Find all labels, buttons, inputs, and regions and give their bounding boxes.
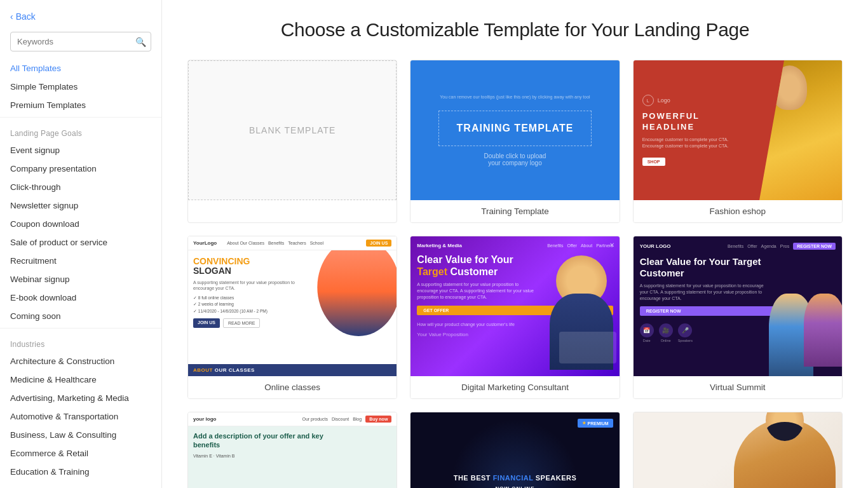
dmc-headline: Clear Value for Your Target Customer <box>417 254 544 278</box>
health-nav: your logo Our products Discount Blog Buy… <box>188 412 397 426</box>
template-label-dmc: Digital Marketing Consultant <box>410 376 619 398</box>
goals-section-label: Landing Page Goals <box>0 120 161 141</box>
nav-item-webinar-signup[interactable]: Webinar signup <box>0 270 161 288</box>
back-label: Back <box>16 11 36 22</box>
nav-item-ebook-download[interactable]: E-book download <box>0 288 161 307</box>
dmc-close-icon: ✕ <box>609 241 614 248</box>
chevron-left-icon: ‹ <box>10 11 13 22</box>
oc-nav: YourLogo About Our Classes Benefits Teac… <box>188 236 397 250</box>
fashion2-head <box>766 412 804 441</box>
nav-item-automotive[interactable]: Automotive & Transportation <box>0 407 161 426</box>
health-headline: Add a description of your offer and key … <box>193 431 329 450</box>
oc-btns: JOIN US READ MORE <box>193 318 298 328</box>
online-classes-thumb: YourLogo About Our Classes Benefits Teac… <box>188 236 397 376</box>
nav-item-architecture[interactable]: Architecture & Construction <box>0 352 161 370</box>
dmc-thumb: Marketing & Media Benefits Offer About P… <box>410 236 619 376</box>
template-card-fashion-2[interactable]: THE FASHIONIN YOUR LIFE <box>633 412 843 488</box>
nav-item-premium-templates[interactable]: Premium Templates <box>0 96 161 114</box>
fashion2-person <box>734 419 836 488</box>
template-card-financial[interactable]: ★ PREMIUM THE BEST FINANCIAL SPEAKERS NO… <box>410 412 620 488</box>
oc-logo: YourLogo <box>193 240 217 246</box>
oc-features: ✓ 8 full online classes ✓ 2 weeks of lea… <box>193 295 298 315</box>
vs-people <box>769 294 842 376</box>
tt-subtext: Double click to uploadyour company logo <box>484 152 546 166</box>
template-card-online-classes[interactable]: YourLogo About Our Classes Benefits Teac… <box>187 236 397 399</box>
template-card-dmc[interactable]: Marketing & Media Benefits Offer About P… <box>410 236 620 399</box>
vs-thumb: YOUR LOGO Benefits Offer Agenda Pros REG… <box>634 236 842 376</box>
main-content: Choose a Customizable Template for Your … <box>162 0 868 488</box>
oc-join-btn: JOIN US <box>366 240 391 247</box>
oc-read-more: READ MORE <box>223 318 260 328</box>
template-card-training[interactable]: You can remove our tooltips (just like t… <box>410 60 620 223</box>
health-text: Add a description of your offer and key … <box>193 431 329 488</box>
premium-badge: ★ PREMIUM <box>578 419 613 428</box>
nav-item-newsletter-signup[interactable]: Newsletter signup <box>0 196 161 215</box>
nav-item-recruitment[interactable]: Recruitment <box>0 252 161 270</box>
oc-hero: CONVINCINGSLOGAN A supporting statement … <box>188 250 397 364</box>
health-thumb: your logo Our products Discount Blog Buy… <box>188 412 397 488</box>
nav-item-coming-soon[interactable]: Coming soon <box>0 307 161 325</box>
template-label-training: Training Template <box>410 200 619 222</box>
oc-right-content <box>292 250 397 364</box>
nav-item-all-templates[interactable]: All Templates <box>0 59 161 78</box>
vs-logo: YOUR LOGO <box>640 243 671 249</box>
sidebar-nav: All Templates Simple Templates Premium T… <box>0 59 161 488</box>
nav-item-sale-product-service[interactable]: Sale of product or service <box>0 233 161 252</box>
nav-item-simple-templates[interactable]: Simple Templates <box>0 78 161 96</box>
nav-item-advertising[interactable]: Advertising, Marketing & Media <box>0 389 161 407</box>
template-card-health[interactable]: your logo Our products Discount Blog Buy… <box>187 412 397 488</box>
nav-item-education[interactable]: Education & Training <box>0 463 161 481</box>
vs-icon-calendar: 📅 Date <box>640 323 654 342</box>
oc-tagline: A supporting statement for your value pr… <box>193 280 298 291</box>
nav-item-click-through[interactable]: Click-through <box>0 178 161 196</box>
nav-item-medicine[interactable]: Medicine & Healthcare <box>0 370 161 389</box>
health-product: Vitamin A Vitamin B <box>334 431 391 488</box>
dmc-value-prop: Your Value Proposition <box>417 332 525 337</box>
tt-top-text: You can remove our tooltips (just like t… <box>440 95 590 99</box>
template-card-virtual-summit[interactable]: YOUR LOGO Benefits Offer Agenda Pros REG… <box>633 236 843 399</box>
health-body: Add a description of your offer and key … <box>188 426 397 488</box>
vs-icon-mic: 🎤 Speakers <box>678 323 693 342</box>
fashion-template-thumb: L Logo PowerfulHeadline Encourage custom… <box>634 60 842 200</box>
nav-item-event-signup[interactable]: Event signup <box>0 141 161 159</box>
vs-register-btn: REGISTER NOW <box>793 243 836 250</box>
back-button[interactable]: ‹ Back <box>0 0 161 28</box>
nav-divider-2 <box>0 328 161 329</box>
template-label-blank <box>188 200 397 213</box>
vs-nav: YOUR LOGO Benefits Offer Agenda Pros REG… <box>640 243 836 250</box>
nav-item-business-law[interactable]: Business, Law & Consulting <box>0 426 161 444</box>
fashion-headline: PowerfulHeadline <box>642 111 833 133</box>
star-icon: ★ <box>582 421 586 426</box>
template-card-fashion-eshop[interactable]: L Logo PowerfulHeadline Encourage custom… <box>633 60 843 223</box>
tt-headline: TRAINING TEMPLATE <box>438 111 592 146</box>
search-section: 🔍 <box>0 28 161 59</box>
fashion-cta-btn: SHOP <box>642 158 665 166</box>
dmc-laptop-graphic <box>559 332 616 363</box>
fashion2-hair <box>766 422 804 441</box>
template-label-virtual-summit: Virtual Summit <box>634 376 842 398</box>
training-template-thumb: You can remove our tooltips (just like t… <box>410 60 619 200</box>
nav-divider-1 <box>0 117 161 118</box>
industries-section-label: Industries <box>0 331 161 352</box>
vs-tagline: A supporting statement for your value pr… <box>640 283 767 301</box>
fashion2-person-area <box>734 412 842 488</box>
blank-label: BLANK TEMPLATE <box>249 125 336 135</box>
financial-thumb: ★ PREMIUM THE BEST FINANCIAL SPEAKERS NO… <box>410 412 619 488</box>
nav-item-company-presentation[interactable]: Company presentation <box>0 159 161 178</box>
fashion-2-thumb: THE FASHIONIN YOUR LIFE <box>634 412 842 488</box>
search-button[interactable]: 🔍 <box>135 37 146 47</box>
dmc-logo: Marketing & Media <box>417 243 462 248</box>
nav-item-coupon-download[interactable]: Coupon download <box>0 215 161 233</box>
search-input[interactable] <box>10 32 151 51</box>
financial-sub: NOW ONLINE <box>495 485 534 488</box>
page-title: Choose a Customizable Template for Your … <box>187 19 843 41</box>
financial-content: THE BEST FINANCIAL SPEAKERS NOW ONLINE <box>441 473 590 488</box>
template-card-blank[interactable]: BLANK TEMPLATE <box>187 60 397 223</box>
template-label-fashion-eshop: Fashion eshop <box>634 200 842 222</box>
template-label-online-classes: Online classes <box>188 376 397 398</box>
vs-headline: Clear Value for Your Target Customer <box>640 256 777 279</box>
dmc-nav: Marketing & Media Benefits Offer About P… <box>417 243 613 248</box>
oc-join-action: JOIN US <box>193 318 220 328</box>
financial-title: THE BEST FINANCIAL SPEAKERS <box>454 473 577 482</box>
nav-item-ecommerce[interactable]: Ecommerce & Retail <box>0 444 161 463</box>
